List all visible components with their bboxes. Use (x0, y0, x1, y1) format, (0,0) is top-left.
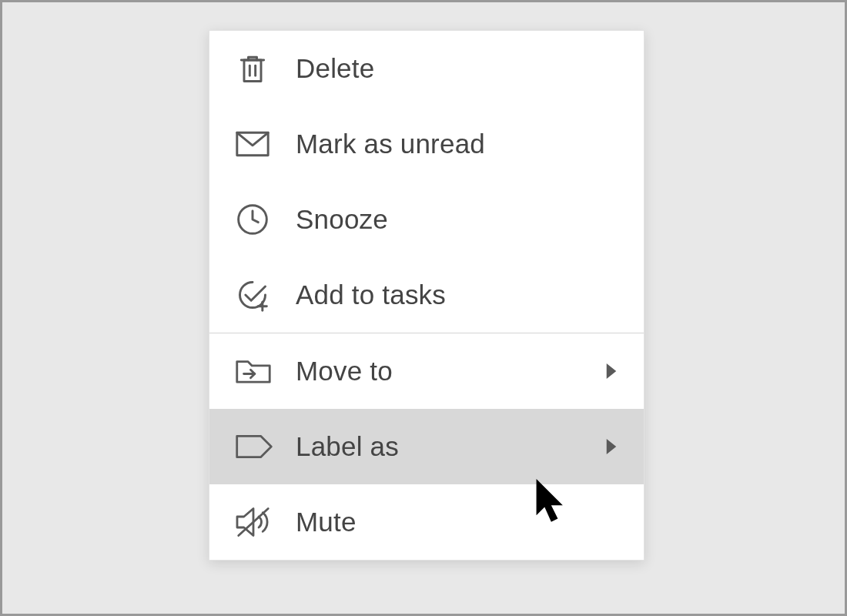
menu-item-move-to[interactable]: Move to (209, 333, 644, 409)
clock-icon (236, 203, 277, 236)
menu-item-mark-unread[interactable]: Mark as unread (209, 106, 644, 182)
menu-item-label: Add to tasks (296, 280, 621, 310)
svg-rect-0 (244, 60, 261, 82)
svg-marker-9 (607, 363, 617, 379)
menu-item-label: Label as (296, 431, 602, 462)
menu-item-label: Snooze (296, 204, 621, 235)
menu-item-add-to-tasks[interactable]: Add to tasks (209, 257, 644, 333)
menu-item-label: Mark as unread (296, 129, 621, 159)
add-task-icon (236, 278, 277, 312)
menu-item-label-as[interactable]: Label as (209, 409, 644, 484)
envelope-icon (236, 130, 277, 158)
svg-marker-12 (237, 509, 253, 536)
menu-item-delete[interactable]: Delete (209, 31, 644, 106)
chevron-right-icon (602, 363, 621, 379)
chevron-right-icon (602, 439, 621, 454)
menu-item-mute[interactable]: Mute (209, 484, 644, 560)
svg-marker-11 (607, 439, 617, 454)
menu-item-label: Delete (296, 53, 621, 84)
label-icon (236, 433, 277, 460)
menu-item-label: Move to (296, 356, 602, 387)
trash-icon (236, 52, 277, 85)
svg-marker-10 (237, 436, 272, 457)
context-menu: Delete Mark as unread Snooze (209, 30, 644, 561)
folder-move-icon (236, 357, 277, 386)
mute-icon (236, 506, 277, 538)
menu-item-label: Mute (296, 507, 621, 537)
menu-item-snooze[interactable]: Snooze (209, 182, 644, 257)
